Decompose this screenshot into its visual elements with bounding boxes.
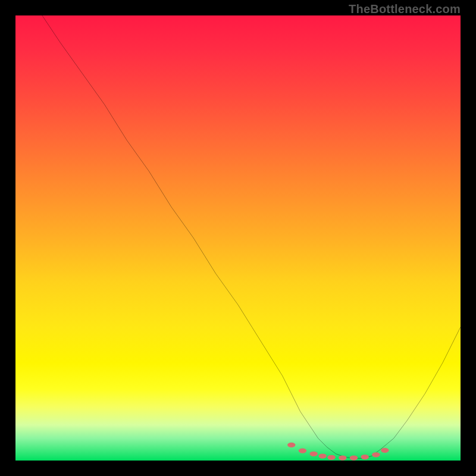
highlight-dot	[327, 455, 335, 460]
plot-area	[15, 15, 461, 461]
highlight-dot	[372, 452, 380, 457]
highlight-dots-layer	[15, 15, 461, 461]
highlight-dot	[299, 448, 306, 453]
highlight-dots	[287, 443, 389, 461]
highlight-dot	[350, 455, 358, 460]
watermark-text: TheBottleneck.com	[349, 2, 461, 16]
highlight-dot	[339, 455, 346, 460]
highlight-dot	[361, 455, 368, 459]
highlight-dot	[287, 443, 295, 447]
chart-frame: TheBottleneck.com	[0, 0, 476, 476]
highlight-dot	[381, 448, 389, 453]
highlight-dot	[309, 452, 317, 456]
highlight-dot	[318, 453, 326, 458]
